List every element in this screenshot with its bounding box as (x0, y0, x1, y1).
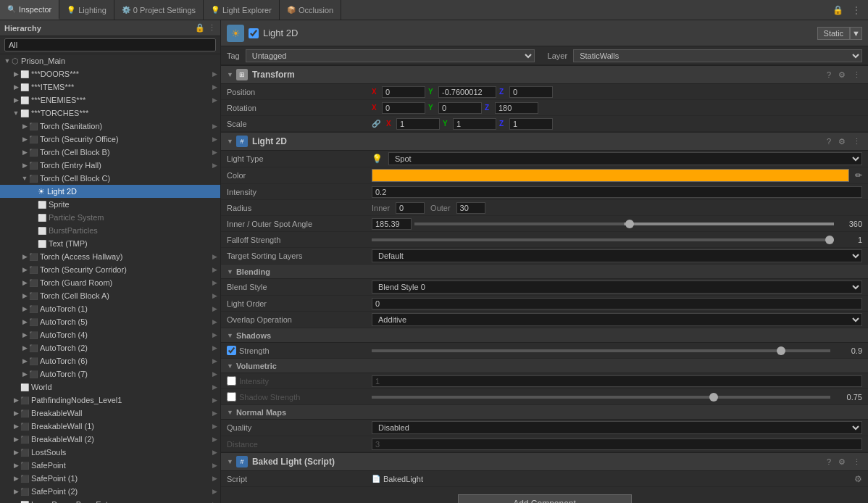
scale-z-input[interactable] (509, 118, 553, 130)
scale-y-input[interactable] (453, 118, 496, 130)
list-item[interactable]: ▶ ⬛ Torch (Cell Block A) ▶ (0, 289, 220, 302)
intensity-input[interactable] (372, 186, 862, 198)
list-item[interactable]: ⬜ LargeDoor - Boss Entrance ▶ (0, 498, 220, 503)
light2d-help-icon[interactable]: ? (825, 137, 832, 146)
list-item[interactable]: ▶ ⬜ ***ITEMS*** ▶ (0, 80, 220, 93)
strength-checkbox[interactable] (227, 346, 236, 355)
transform-settings-icon[interactable]: ⚙ (837, 70, 847, 80)
list-item[interactable]: ⬜ BurstParticles (0, 224, 220, 237)
strength-slider[interactable] (372, 349, 830, 352)
list-item[interactable]: ▶ ⬛ BreakableWall (2) ▶ (0, 433, 220, 446)
list-item[interactable]: ▶ ⬛ BreakableWall ▶ (0, 407, 220, 420)
light-order-input[interactable] (372, 298, 862, 309)
list-item[interactable]: ▶ ⬛ SafePoint (2) ▶ (0, 485, 220, 498)
tab-project-settings[interactable]: ⚙️ 0 Project Settings (114, 0, 204, 20)
list-item[interactable]: ▶ ⬛ AutoTorch (1) ▶ (0, 302, 220, 315)
color-eyedropper-icon[interactable]: ✏ (855, 170, 862, 180)
list-item[interactable]: ▶ ⬛ AutoTorch (6) ▶ (0, 354, 220, 367)
list-item[interactable]: ⬜ Sprite (0, 198, 220, 211)
baked-light-settings-icon[interactable]: ⚙ (837, 457, 847, 467)
position-z-input[interactable] (509, 86, 553, 98)
static-dropdown-button[interactable]: ▼ (850, 27, 862, 40)
vol-shadow-checkbox[interactable] (227, 392, 236, 402)
baked-light-component-header[interactable]: ▼ # Baked Light (Script) ? ⚙ ⋮ (221, 452, 868, 471)
list-item[interactable]: ▶ ⬛ SafePoint (1) ▶ (0, 472, 220, 485)
spot-angle-slider[interactable] (414, 223, 834, 225)
layer-select[interactable]: StaticWalls (573, 49, 862, 62)
list-item[interactable]: ▶ ⬛ Torch (Cell Block B) ▶ (0, 146, 220, 159)
light2d-menu-icon[interactable]: ⋮ (851, 137, 862, 146)
vol-intensity-checkbox[interactable] (227, 376, 236, 386)
list-item[interactable]: ▶ ⬛ Torch (Access Hallway) ▶ (0, 250, 220, 263)
position-x-input[interactable] (382, 86, 425, 98)
tab-menu-icon[interactable]: ⋮ (849, 4, 864, 17)
scale-x-input[interactable] (396, 118, 440, 130)
normal-maps-subheader[interactable]: ▼ Normal Maps (221, 405, 868, 420)
list-item[interactable]: ⬜ Text (TMP) (0, 237, 220, 250)
vol-intensity-input[interactable] (372, 375, 862, 387)
inner-radius-input[interactable] (396, 202, 425, 214)
list-item[interactable]: ▶ ⬛ Torch (Entry Hall) ▶ (0, 159, 220, 172)
volumetric-subheader[interactable]: ▼ Volumetric (221, 359, 868, 373)
list-item[interactable]: ▼ ⬜ ***TORCHES*** (0, 107, 220, 120)
static-button[interactable]: Static (817, 27, 851, 40)
rotation-y-input[interactable] (438, 102, 482, 114)
baked-light-help-icon[interactable]: ? (825, 457, 832, 467)
blend-style-select[interactable]: Blend Style 0 (372, 280, 862, 294)
color-swatch[interactable] (372, 169, 849, 182)
hierarchy-search-input[interactable] (4, 38, 216, 51)
list-item[interactable]: ▶ ⬛ Torch (Guard Room) ▶ (0, 276, 220, 289)
light2d-component-header[interactable]: ▼ # Light 2D ? ⚙ ⋮ (221, 132, 868, 151)
transform-menu-icon[interactable]: ⋮ (851, 70, 862, 80)
list-item[interactable]: ▼ ⬡ Prison_Main (0, 54, 220, 67)
vol-shadow-slider[interactable] (372, 396, 830, 399)
list-item[interactable]: ▶ ⬛ LostSouls ▶ (0, 446, 220, 459)
list-item[interactable]: ▶ ⬛ BreakableWall (1) ▶ (0, 420, 220, 433)
blending-subheader[interactable]: ▼ Blending (221, 265, 868, 279)
vol-intensity-row: Intensity (221, 373, 868, 389)
list-item[interactable]: ▶ ⬜ ***DOORS*** ▶ (0, 67, 220, 80)
list-item[interactable]: ▼ ⬛ Torch (Cell Block C) (0, 172, 220, 185)
list-item[interactable]: ▶ ⬛ SafePoint ▶ (0, 459, 220, 472)
overlap-select[interactable]: Additive Alpha Blend (372, 313, 862, 326)
outer-radius-input[interactable] (456, 202, 485, 214)
list-item[interactable]: ▶ ⬛ AutoTorch (7) ▶ (0, 367, 220, 381)
baked-light-menu-icon[interactable]: ⋮ (851, 457, 862, 467)
list-item[interactable]: ▶ ⬛ Torch (Security Office) ▶ (0, 133, 220, 146)
tab-lock-icon[interactable]: 🔒 (830, 4, 846, 17)
list-item[interactable]: ⬜ Particle System (0, 211, 220, 224)
list-item[interactable]: ▶ ⬛ Torch (Sanitation) ▶ (0, 120, 220, 133)
tab-light-explorer[interactable]: 💡 Light Explorer (204, 0, 280, 20)
spot-angle-left-input[interactable] (372, 218, 412, 230)
rotation-z-input[interactable] (495, 102, 538, 114)
list-item[interactable]: ⬜ World ▶ (0, 381, 220, 394)
transform-help-icon[interactable]: ? (825, 70, 832, 80)
shadows-subheader[interactable]: ▼ Shadows (221, 328, 868, 343)
falloff-slider[interactable] (372, 238, 834, 241)
list-item[interactable]: ▶ ⬛ AutoTorch (2) ▶ (0, 341, 220, 354)
tab-inspector[interactable]: 🔍 Inspector (0, 0, 59, 20)
list-item[interactable]: ▶ ⬛ PathfindingNodes_Level1 ▶ (0, 394, 220, 407)
list-item[interactable]: ▶ ⬛ AutoTorch (4) ▶ (0, 328, 220, 341)
list-item-selected[interactable]: ☀ Light 2D (0, 185, 220, 198)
sorting-layers-select[interactable]: Default (372, 249, 862, 262)
object-enabled-checkbox[interactable] (249, 28, 259, 38)
quality-select[interactable]: Disabled Accurate Fast (372, 421, 862, 434)
rotation-x-input[interactable] (382, 102, 425, 114)
position-y-input[interactable] (438, 86, 496, 98)
transform-component-header[interactable]: ▼ ⊞ Transform ? ⚙ ⋮ (221, 65, 868, 84)
list-item[interactable]: ▶ ⬛ AutoTorch (5) ▶ (0, 315, 220, 328)
script-settings-icon[interactable]: ⚙ (854, 474, 862, 484)
distance-input[interactable] (372, 438, 862, 450)
list-item[interactable]: ▶ ⬛ Torch (Security Corridor) ▶ (0, 263, 220, 276)
light2d-expand-icon: ▼ (227, 138, 233, 145)
hierarchy-lock-icon[interactable]: 🔒 (195, 23, 205, 33)
light-type-select[interactable]: Spot Global Freeform Point (388, 152, 862, 165)
list-item[interactable]: ▶ ⬜ ***ENEMIES*** ▶ (0, 93, 220, 107)
hierarchy-menu-icon[interactable]: ⋮ (208, 23, 216, 33)
tag-select[interactable]: Untagged (246, 49, 535, 62)
tab-lighting[interactable]: 💡 Lighting (59, 0, 114, 20)
add-component-button[interactable]: Add Component (458, 494, 632, 503)
light2d-settings-icon[interactable]: ⚙ (837, 137, 847, 146)
tab-occlusion[interactable]: 📦 Occlusion (280, 0, 341, 20)
